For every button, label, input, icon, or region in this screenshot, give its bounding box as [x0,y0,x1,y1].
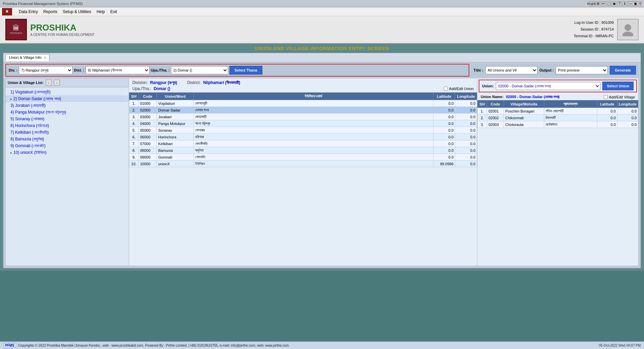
add-edit-union-checkbox[interactable] [444,87,448,91]
list-item[interactable]: 7) Ketkibari (কেতকীবাড়ি) [6,129,129,136]
vcell-code: 02003 [487,121,504,128]
logo-icon: 🏛 [2,8,12,15]
page-title: UNION AND VILLAGE INFORMATION ENTRY SCRE… [3,46,641,51]
district-select[interactable]: 6) Nilphamari (নীলফামা [86,66,149,74]
list-add-button[interactable]: - [46,80,52,86]
logo-name: PROSHIKA [30,23,95,33]
upa-row: Upa./Tha.: Domar () Add/Edit Union [129,86,477,92]
cell-code: 02000 [139,107,157,114]
list-item[interactable]: 1) Vogdaburi (ভোগডাবুড়ী) [6,89,129,95]
list-item[interactable]: 6) Horinchora (হরিণচরা) [6,122,129,129]
union-table-row[interactable]: 10. 10000 unionX ইউনিয়ন 89.0986 0.0 [129,161,477,167]
icon-tool-6[interactable]: ℹ [622,1,627,6]
vth-village: Village/Moholla [504,100,544,108]
cell-lng: 0.0 [455,161,477,167]
icon-tool-5[interactable]: ? [617,1,622,6]
select-thana-button[interactable]: Select Thana [229,66,262,75]
village-table-row[interactable]: 2. 02002 Chikonmati চিকনমাটি 0.0 0.0 [478,115,638,121]
union-table-row[interactable]: 8. 08000 Bamunia বামুনিয়া 0.0 0.0 [129,147,477,154]
maximize-button[interactable]: ▣ [634,2,637,5]
vcell-village: Chotorauta [504,121,544,128]
cell-lng: 0.0 [455,147,477,154]
union-table-row[interactable]: 5. 05000 Sonaray সোনারায় 0.0 0.0 [129,127,477,134]
cell-sl: 2. [129,107,139,114]
inner-window: Union & Village Info x Div. : 7) Rangpur… [3,52,641,269]
union-selector-dropdown[interactable]: 02000 - Domar-Sadar (ডোমার সদর) [496,82,601,90]
union-table-row[interactable]: 1. 01000 Vogdaburi ভোগডাবুড়ী 0.0 0.0 [129,100,477,107]
generate-button[interactable]: Generate [610,66,636,75]
filter-section: Div. : 7) Rangpur (রংপুর) Dist. : 6) Nil… [5,64,469,77]
cell-bangla: হরিণচরা [194,134,433,140]
add-edit-village-section: Add/Edit Village [604,95,635,99]
select-union-button[interactable]: Select Union [602,82,634,90]
tab-close-icon[interactable]: x [44,56,46,59]
union-table-row[interactable]: 9. 09000 Gomnati গোমনাতি 0.0 0.0 [129,154,477,161]
village-table-row[interactable]: 1. 02001 Poschim Boragari পশ্চিম বোড়াগা… [478,108,638,115]
upa-info-label: Upa./Tha.: [132,86,151,91]
vcell-bangla: চিকনমাটি [544,115,597,121]
close-button[interactable]: ✕ [639,2,641,5]
union-table-row[interactable]: 7. 07000 Ketkibari কেতকীবাড়ি 0.0 0.0 [129,140,477,147]
div-label: Div. : [9,68,17,72]
window-controls: — ▣ ✕ [628,1,641,6]
controls-row: Div. : 7) Rangpur (রংপুর) Dist. : 6) Nil… [3,62,641,78]
cell-lat: 89.0986 [433,161,455,167]
list-item[interactable]: ▸ 2) Domar-Sadar (ডোমার সদর) [6,95,129,102]
th-union-word: Union/Word [157,93,194,100]
menu-help[interactable]: Help [94,9,107,15]
cell-code: 06000 [139,134,157,140]
icon-tool-4[interactable]: ◉ [612,1,616,6]
title-select[interactable]: All Unions and Vil [485,66,538,74]
cell-bangla: কেতকীবাড়ি [194,140,433,147]
village-table-row[interactable]: 3. 02003 Chotorauta ছোটরাউতা 0.0 0.0 [478,121,638,128]
union-table-row[interactable]: 2. 02000 Domar-Sadar ডোমার সদর 0.0 0.0 [129,107,477,114]
left-panel-header: Union & Village List: - - [6,78,129,87]
middle-info-row: Division: Rangpur (রংপুর) District: Nilp… [129,78,477,86]
output-select[interactable]: Print preview [556,66,608,74]
th-code: Code [139,93,157,100]
cell-union: unionX [157,161,194,167]
add-edit-union-label[interactable]: Add/Edit Union [449,87,474,91]
list-item[interactable]: 5) Sonaray (সোনারায়) [6,116,129,122]
list-remove-button[interactable]: - [54,80,60,86]
list-item[interactable]: ▸ 10) unionX (ইউনিয়ন) [6,149,129,156]
cell-lat: 0.0 [433,154,455,161]
title-bar-controls: English ⊞ ↩ ⬚ ◉ ? ℹ — ▣ ✕ [590,1,641,6]
vth-sl: Sl# [478,100,487,108]
add-edit-village-label[interactable]: Add/Edit Village [609,95,635,99]
menu-data-entry[interactable]: Data Entry [17,9,40,15]
vcell-lng: 0.0 [617,115,638,121]
cell-lat: 0.0 [433,140,455,147]
add-edit-village-checkbox[interactable] [604,95,608,99]
division-select[interactable]: 7) Rangpur (রংপুর) [19,66,73,74]
icon-tool-3[interactable]: ⬚ [606,1,611,6]
icon-tool-1[interactable]: ⊞ [596,1,600,6]
menu-setup[interactable]: Setup & Utilities [61,9,93,15]
cell-union: Horinchora [157,134,194,140]
cell-code: 01000 [139,100,157,107]
menu-exit[interactable]: Exit [108,9,119,15]
th-sl: Sl# [129,93,139,100]
lang-button[interactable]: English [590,1,595,6]
list-item[interactable]: 3) Jorabari (জোড়াবাড়ী) [6,102,129,109]
menu-reports[interactable]: Reports [41,9,59,15]
union-table-row[interactable]: 4. 04000 Panga Motukpur পাংগা মটুকপুর 0.… [129,120,477,127]
icon-tool-2[interactable]: ↩ [601,1,606,6]
upa-select[interactable]: 2) Domar () [171,66,228,74]
union-table-row[interactable]: 3. 03000 Jorabari জোড়াবাড়ী 0.0 0.0 [129,114,477,120]
cell-code: 03000 [139,114,157,120]
list-item[interactable]: 9) Gomnati (গোমনাতি) [6,142,129,149]
cell-lat: 0.0 [433,147,455,154]
list-item[interactable]: 8) Bamunia (বামুনিয়া) [6,136,129,142]
list-item[interactable]: 4) Panga Motukpur (পাংগা মটুকপুর) [6,109,129,116]
cell-union: Jorabari [157,114,194,120]
cell-sl: 8. [129,147,139,154]
cell-bangla: পাংগা মটুকপুর [194,120,433,127]
village-table: Sl# Code Village/Moholla গ্রাম/মহল্লা La… [477,100,638,128]
minimize-button[interactable]: — [629,2,632,5]
right-panel: Union: 02000 - Domar-Sadar (ডোমার সদর) S… [477,78,639,266]
union-table-row[interactable]: 6. 06000 Horinchora হরিণচরা 0.0 0.0 [129,134,477,140]
vth-lng: Longitude [617,100,638,108]
footer: PFMS Copyrights © 2022 Proshika Manobik … [0,341,644,349]
tab-union-village-info[interactable]: Union & Village Info x [5,54,49,61]
